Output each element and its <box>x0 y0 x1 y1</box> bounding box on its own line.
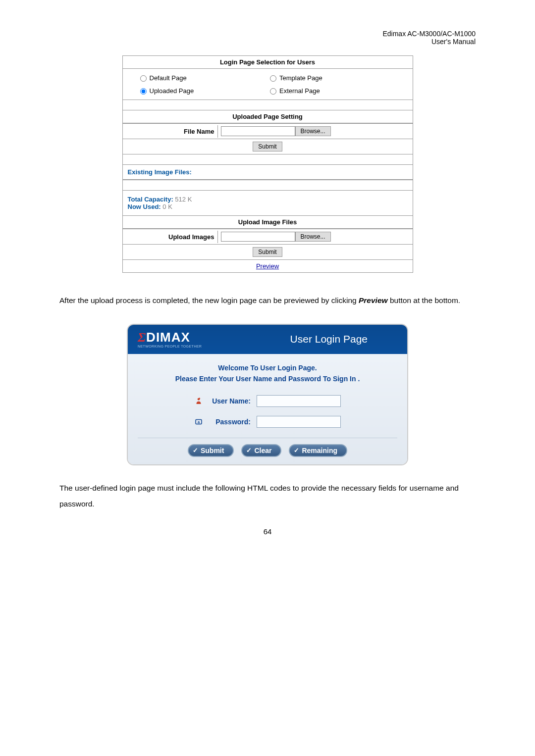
radio-uploaded-label: Uploaded Page <box>150 87 194 95</box>
edimax-logo: ΣDIMAX NETWORKING PEOPLE TOGETHER <box>138 331 202 348</box>
radio-external-label: External Page <box>279 87 320 95</box>
browse-images-button[interactable]: Browse... <box>295 232 331 242</box>
check-icon: ✓ <box>193 447 198 454</box>
instruct-text: Please Enter Your User Name and Password… <box>138 375 397 383</box>
welcome-text: Welcome To User Login Page. <box>138 364 397 372</box>
file-name-label: File Name <box>123 125 218 138</box>
total-capacity-value: 512 K <box>173 196 192 203</box>
total-capacity-label: Total Capacity: <box>128 196 173 203</box>
preview-link[interactable]: Preview <box>256 262 279 270</box>
login-selection-header: Login Page Selection for Users <box>123 55 413 69</box>
radio-default-label: Default Page <box>150 74 187 82</box>
edimax-tagline: NETWORKING PEOPLE TOGETHER <box>138 345 202 348</box>
upload-images-input[interactable] <box>221 232 295 242</box>
existing-images-header: Existing Image Files: <box>123 164 413 180</box>
uploaded-setting-header: Uploaded Page Setting <box>123 110 413 123</box>
radio-default[interactable] <box>140 75 147 82</box>
capacity-info: Total Capacity: 512 K Now Used: 0 K <box>123 190 413 215</box>
remaining-button[interactable]: ✓ Remaining <box>289 444 347 457</box>
paragraph-2: The user-defined login page must include… <box>59 480 476 512</box>
clear-login-button[interactable]: ✓ Clear <box>241 444 281 457</box>
username-label: User Name: <box>206 397 251 405</box>
upload-images-label: Upload Images <box>123 231 218 243</box>
page-number: 64 <box>59 527 476 536</box>
password-icon: a <box>194 417 203 426</box>
check-icon: ✓ <box>246 447 252 454</box>
file-name-input[interactable] <box>221 126 295 136</box>
svg-text:a: a <box>198 420 200 424</box>
radio-template[interactable] <box>270 75 276 82</box>
radio-uploaded[interactable] <box>140 88 147 95</box>
svg-point-1 <box>199 398 200 399</box>
browse-file-button[interactable]: Browse... <box>295 126 331 136</box>
check-icon: ✓ <box>294 447 299 454</box>
password-input[interactable] <box>257 416 341 428</box>
now-used-label: Now Used: <box>128 203 161 210</box>
submit-login-button[interactable]: ✓ Submit <box>188 444 234 457</box>
login-preview-panel: ΣDIMAX NETWORKING PEOPLE TOGETHER User L… <box>127 324 408 465</box>
password-label: Password: <box>206 418 251 426</box>
doc-header: Edimax AC-M3000/AC-M1000 User's Manual <box>59 30 476 46</box>
login-page-title: User Login Page <box>290 333 397 345</box>
now-used-value: 0 K <box>161 203 172 210</box>
radio-external[interactable] <box>270 88 276 95</box>
doc-type: User's Manual <box>431 38 476 46</box>
radio-template-label: Template Page <box>279 74 322 82</box>
user-icon <box>194 397 203 405</box>
paragraph-1: After the upload process is completed, t… <box>59 293 476 309</box>
upload-image-header: Upload Image Files <box>123 215 413 229</box>
config-panel: Login Page Selection for Users Default P… <box>122 55 413 273</box>
product-name: Edimax AC-M3000/AC-M1000 <box>382 30 476 38</box>
submit-file-button[interactable]: Submit <box>253 142 282 151</box>
username-input[interactable] <box>257 395 341 407</box>
submit-images-button[interactable]: Submit <box>253 247 282 257</box>
